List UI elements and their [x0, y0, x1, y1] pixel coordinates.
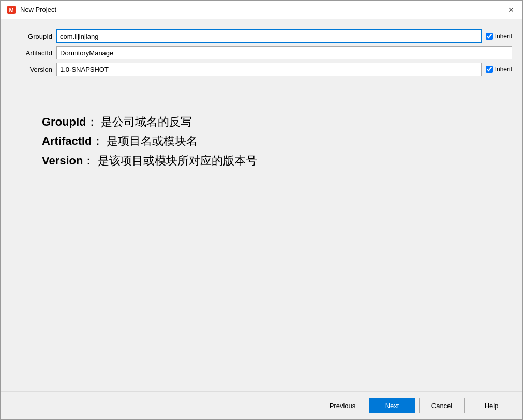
new-project-dialog: M New Project ✕ GroupId Inherit Artifact…: [0, 0, 523, 420]
window-title: New Project: [20, 6, 56, 13]
artifactid-input[interactable]: [56, 46, 512, 59]
info-line-2: ArtifactId： 是项目名或模块名: [42, 131, 481, 151]
info-groupid-text: 是公司域名的反写: [98, 115, 192, 128]
dialog-body: GroupId Inherit ArtifactId Version Inher…: [1, 19, 522, 391]
version-inherit-area: Inherit: [486, 66, 512, 73]
info-artifactid-bold: ArtifactId: [42, 134, 92, 147]
groupid-inherit-checkbox[interactable]: [486, 33, 493, 40]
info-area: GroupId： 是公司域名的反写 ArtifactId： 是项目名或模块名 V…: [11, 107, 512, 175]
info-version-text: 是该项目或模块所对应的版本号: [94, 154, 257, 167]
help-button[interactable]: Help: [469, 398, 514, 413]
groupid-inherit-label: Inherit: [495, 33, 512, 40]
dialog-footer: Previous Next Cancel Help: [1, 391, 522, 419]
cancel-button[interactable]: Cancel: [419, 398, 465, 413]
next-button[interactable]: Next: [369, 398, 415, 413]
info-version-colon: ：: [83, 154, 94, 167]
version-row: Version Inherit: [11, 63, 512, 76]
groupid-row: GroupId Inherit: [11, 29, 512, 43]
title-bar-left: M New Project: [7, 5, 56, 14]
info-groupid-colon: ：: [86, 115, 98, 128]
form-area: GroupId Inherit ArtifactId Version Inher…: [11, 29, 512, 76]
info-line-1: GroupId： 是公司域名的反写: [42, 112, 481, 131]
artifactid-label: ArtifactId: [11, 49, 52, 57]
info-version-bold: Version: [42, 154, 83, 167]
info-line-3: Version： 是该项目或模块所对应的版本号: [42, 151, 481, 170]
close-button[interactable]: ✕: [506, 5, 516, 15]
previous-button[interactable]: Previous: [320, 398, 365, 413]
info-artifactid-colon: ：: [92, 134, 103, 147]
groupid-inherit-area: Inherit: [486, 33, 512, 40]
info-artifactid-text: 是项目名或模块名: [103, 134, 198, 147]
title-bar: M New Project ✕: [1, 1, 522, 19]
groupid-input[interactable]: [56, 29, 482, 43]
version-input[interactable]: [56, 63, 482, 76]
groupid-label: GroupId: [11, 33, 52, 40]
version-inherit-label: Inherit: [495, 66, 512, 73]
info-groupid-bold: GroupId: [42, 115, 86, 128]
app-icon: M: [7, 5, 16, 14]
artifactid-row: ArtifactId: [11, 46, 512, 59]
svg-text:M: M: [9, 7, 13, 13]
version-inherit-checkbox[interactable]: [486, 66, 493, 73]
version-label: Version: [11, 66, 52, 73]
